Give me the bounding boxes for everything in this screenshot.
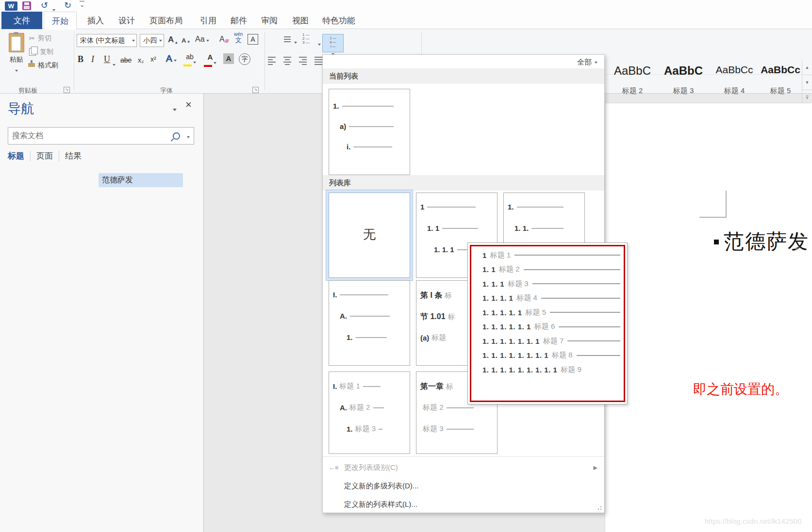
search-dropdown-icon[interactable] <box>187 131 190 140</box>
cut-button[interactable]: ✂ 剪切 <box>29 34 51 43</box>
bullets-button[interactable] <box>284 35 297 46</box>
font-color-button[interactable]: A <box>204 53 216 68</box>
justify-button[interactable] <box>315 55 322 68</box>
pinyin-guide-button[interactable]: wén 文 <box>234 32 243 43</box>
tab-file[interactable]: 文件 <box>1 12 42 29</box>
popup-number: 1. 1. 1. 1. 1. 1. 1. 1. 1 <box>482 366 557 374</box>
card-line <box>349 126 394 127</box>
underline-dropdown-icon[interactable] <box>113 59 116 68</box>
save-button[interactable] <box>22 1 31 10</box>
redo-button[interactable]: ↻ <box>64 0 71 11</box>
tab-设计[interactable]: 设计 <box>113 12 141 29</box>
clear-formatting-button[interactable]: A <box>219 35 229 44</box>
menu-divider <box>323 456 604 457</box>
popup-number: 1. 1. 1. 1. 1. 1. 1. 1 <box>482 351 548 359</box>
undo-button[interactable]: ↺ <box>41 0 48 11</box>
clipboard-dialog-launcher[interactable]: ↘ <box>64 87 70 93</box>
nav-tab-结果[interactable]: 结果 <box>65 150 82 161</box>
style-item-标题 4[interactable]: AaBbCc <box>711 64 758 76</box>
menu-item-define-new-list-style[interactable]: 定义新的列表样式(L)... <box>323 497 604 512</box>
enclose-characters-button[interactable]: 字 <box>239 53 250 65</box>
style-item-标题 3[interactable]: AaBbC <box>660 64 707 78</box>
format-painter-button[interactable]: 格式刷 <box>28 61 58 70</box>
italic-button[interactable]: I <box>91 54 94 64</box>
navigation-pane: 导航 × 标题页面结果 范德萨发 <box>0 94 204 532</box>
gallery-scroll-down-icon[interactable]: ▼ <box>802 75 812 90</box>
menu-item-label: 定义新的多级列表(D)... <box>344 482 418 491</box>
search-input[interactable] <box>8 131 173 140</box>
font-name-combo[interactable]: 宋体 (中文标题 <box>77 34 137 47</box>
customize-qat-icon[interactable]: ⌄ <box>80 1 84 8</box>
copy-label: 复制 <box>40 48 53 56</box>
underline-button[interactable]: U <box>104 54 110 64</box>
change-case-button[interactable]: Aa <box>195 35 209 44</box>
align-right-button[interactable] <box>299 55 307 68</box>
document-page[interactable] <box>605 103 812 532</box>
card-number: A. <box>340 312 347 320</box>
strikethrough-button[interactable]: abe <box>120 56 132 64</box>
nav-tab-separator <box>30 151 31 161</box>
paste-button[interactable]: 粘贴 <box>5 33 28 74</box>
popup-number: 1. 1. 1 <box>482 280 504 288</box>
popup-line <box>559 326 620 327</box>
font-size-combo[interactable]: 小四 <box>140 34 164 47</box>
list-card[interactable]: I.标题 1A.标题 21.标题 3 <box>329 371 410 454</box>
current-list-card[interactable]: 1.a)i. <box>329 89 410 175</box>
nav-heading-item[interactable]: 范德萨发 <box>99 173 183 187</box>
pane-close-icon[interactable]: × <box>185 98 192 111</box>
popup-list-row: 1. 1. 1. 1. 1标题 5 <box>482 307 620 318</box>
card-number: 1. <box>333 102 339 110</box>
bold-label: B <box>78 54 83 64</box>
shrink-font-button[interactable]: A▼ <box>182 37 190 44</box>
copy-button[interactable]: 复制 <box>29 48 53 56</box>
style-item-标题 2[interactable]: AaBbC <box>609 64 656 78</box>
scissors-icon: ✂ <box>29 34 35 42</box>
search-box <box>8 127 194 145</box>
gallery-filter-dropdown[interactable]: 全部 <box>577 58 597 67</box>
pane-options-icon[interactable] <box>173 104 177 113</box>
heading-bullet <box>714 240 719 244</box>
multilevel-list-button[interactable]: 1 —a —i — <box>322 34 344 52</box>
tab-引用[interactable]: 引用 <box>194 12 222 29</box>
list-card-row: 标题 3 <box>420 424 493 434</box>
highlight-color-button[interactable]: ab <box>183 53 196 68</box>
watermark-text: https://blog.csdn.net/lk142500 <box>705 517 801 525</box>
align-left-button[interactable] <box>268 55 276 68</box>
tab-开始[interactable]: 开始 <box>44 12 77 30</box>
card-line <box>356 337 387 338</box>
tab-审阅[interactable]: 审阅 <box>255 12 283 29</box>
font-dialog-launcher[interactable]: ↘ <box>252 87 259 93</box>
superscript-button[interactable]: x² <box>150 55 156 63</box>
align-center-button[interactable] <box>283 55 291 68</box>
style-item-标题 5[interactable]: AaBbCc <box>757 64 804 76</box>
paragraph-mark-icon: ↵ <box>795 245 800 252</box>
list-card-row: 1 <box>420 203 493 211</box>
card-number: 1. <box>347 333 353 341</box>
tab-特色功能[interactable]: 特色功能 <box>317 12 361 29</box>
bold-button[interactable]: B <box>78 54 83 64</box>
numbering-dropdown-icon[interactable] <box>318 39 321 48</box>
tab-页面布局[interactable]: 页面布局 <box>144 12 188 29</box>
list-style-preview-popup[interactable]: 1标题 11. 1标题 21. 1. 1标题 31. 1. 1. 1标题 41.… <box>467 242 628 404</box>
tab-插入[interactable]: 插入 <box>82 12 110 29</box>
card-line <box>517 207 563 208</box>
tab-邮件[interactable]: 邮件 <box>225 12 253 29</box>
subscript-button[interactable]: x₂ <box>138 56 144 64</box>
tab-视图[interactable]: 视图 <box>286 12 315 29</box>
menu-item-define-new-multilevel-list[interactable]: 定义新的多级列表(D)... <box>323 479 604 493</box>
list-card[interactable]: I.A.1. <box>329 280 410 366</box>
list-card-none[interactable]: 无 <box>329 193 410 278</box>
character-border-button[interactable]: A <box>248 34 258 45</box>
search-icon[interactable] <box>173 132 180 140</box>
character-shading-button[interactable]: A <box>223 53 234 64</box>
popup-line <box>532 283 620 284</box>
nav-tab-页面[interactable]: 页面 <box>36 150 53 161</box>
card-gray-label: 标题 2 <box>423 403 444 412</box>
nav-tab-标题[interactable]: 标题 <box>8 150 24 161</box>
grow-font-button[interactable]: A▲ <box>168 35 178 45</box>
card-number: i. <box>347 143 350 151</box>
gallery-scroll-up-icon[interactable]: ▲ <box>802 60 812 75</box>
numbering-button[interactable]: 1 —2 —3 — <box>302 33 310 45</box>
text-effects-button[interactable]: A <box>166 53 177 64</box>
word-window: W ↺ ↻ ⌄ 文件 开始插入设计页面布局引用邮件审阅视图特色功能 粘贴 ✂ 剪… <box>0 0 812 532</box>
